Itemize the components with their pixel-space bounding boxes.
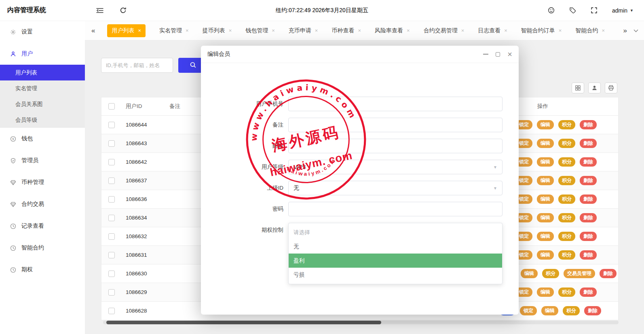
sidebar-subitem[interactable]: 会员等级 [0,112,85,128]
maximize-icon[interactable] [496,52,500,57]
row-checkbox[interactable] [108,233,115,240]
tabs-scroll-right-icon[interactable]: » [623,27,628,35]
grid-layout-icon[interactable] [572,82,584,93]
sidebar-item[interactable]: 期权 [0,259,85,281]
action-button[interactable]: 编辑 [521,269,538,278]
sidebar-subitem[interactable]: 会员关系图 [0,96,85,112]
input-field[interactable] [288,202,503,216]
tab[interactable]: 实名管理× [159,27,189,34]
row-checkbox[interactable] [108,308,115,314]
action-button[interactable]: 编辑 [537,139,554,148]
row-checkbox[interactable] [108,215,115,221]
tab[interactable]: 币种查看× [332,27,361,34]
fullscreen-icon[interactable] [591,7,598,14]
action-button[interactable]: 编辑 [537,194,554,204]
input-field[interactable] [288,139,503,153]
tab[interactable]: 用户列表× [107,24,146,37]
sidebar-item[interactable]: 管理员 [0,150,85,171]
tab-close-icon[interactable]: × [138,28,141,33]
action-button[interactable]: 编辑 [537,176,554,185]
row-checkbox[interactable] [108,122,115,128]
tab-close-icon[interactable]: × [407,28,410,33]
select-field[interactable]: VIP3▼ [288,160,503,174]
action-button[interactable]: 删除 [580,213,597,222]
action-button[interactable]: 删除 [600,269,617,278]
search-input[interactable] [101,58,173,73]
action-button[interactable]: 积分 [542,269,559,278]
action-button[interactable]: 积分 [558,120,575,129]
row-checkbox[interactable] [108,289,115,296]
sidebar-item[interactable]: 智能合约 [0,237,85,259]
tab[interactable]: 智能合约订单× [521,27,562,34]
export-user-icon[interactable] [588,82,601,93]
row-checkbox[interactable] [108,178,115,184]
action-button[interactable]: 编辑 [537,287,554,297]
action-button[interactable]: 编辑 [541,306,558,315]
action-button[interactable]: 删除 [580,139,597,148]
face-icon[interactable] [548,7,555,14]
tab-close-icon[interactable]: × [186,28,189,33]
user-menu[interactable]: admin ▼ [612,7,633,14]
sidebar-item[interactable]: 记录查看 [0,215,85,237]
tab-close-icon[interactable]: × [602,28,605,33]
sidebar-item[interactable]: 设置 [0,21,85,43]
horizontal-scrollbar[interactable] [103,321,619,324]
action-button[interactable]: 删除 [580,232,597,241]
tabs-menu-icon[interactable] [633,29,638,32]
sidebar-item[interactable]: 用户 [0,43,85,65]
dropdown-option[interactable]: 盈利 [289,254,502,268]
action-button[interactable]: 编辑 [537,157,554,167]
tab-close-icon[interactable]: × [272,28,275,33]
action-button[interactable]: 删除 [580,157,597,167]
print-icon[interactable] [605,82,617,93]
action-button[interactable]: 积分 [558,232,575,241]
dropdown-option[interactable]: 无 [289,239,502,254]
action-button[interactable]: 积分 [558,176,575,185]
tab-close-icon[interactable]: × [504,28,507,33]
action-button[interactable]: 积分 [558,287,575,297]
input-field[interactable] [288,97,503,111]
input-field[interactable] [288,118,503,132]
action-button[interactable]: 删除 [580,176,597,185]
action-button[interactable]: 交易员管理 [564,269,595,278]
tab-close-icon[interactable]: × [559,28,562,33]
action-button[interactable]: 积分 [558,213,575,222]
action-button[interactable]: 删除 [580,287,597,297]
tab-close-icon[interactable]: × [358,28,361,33]
action-button[interactable]: 积分 [563,306,580,315]
tab-close-icon[interactable]: × [461,28,465,33]
dropdown-option[interactable]: 亏损 [289,268,502,282]
minimize-icon[interactable] [483,54,488,55]
dropdown-option[interactable]: 请选择 [289,225,502,239]
tab[interactable]: 日志查看× [478,27,507,34]
tag-icon[interactable] [569,7,576,14]
action-button[interactable]: 积分 [558,250,575,260]
tab[interactable]: 智能合约× [575,27,605,34]
action-button[interactable]: 编辑 [537,213,554,222]
row-checkbox[interactable] [108,140,115,147]
action-button[interactable]: 积分 [558,157,575,167]
close-icon[interactable]: × [507,50,512,58]
action-button[interactable]: 删除 [584,306,601,315]
tab[interactable]: 合约交易管理× [424,27,465,34]
tab-close-icon[interactable]: × [229,28,232,33]
sidebar-item[interactable]: 合约交易 [0,193,85,215]
action-button[interactable]: 锁定 [520,306,537,315]
sidebar-subitem[interactable]: 实名管理 [0,80,85,96]
scrollbar-thumb[interactable] [106,321,381,324]
select-field[interactable]: 无▼ [288,181,503,195]
sidebar-item[interactable]: $钱包 [0,128,85,150]
row-checkbox[interactable] [108,196,115,203]
sidebar-subitem[interactable]: 用户列表 [0,65,85,80]
tab[interactable]: 风险率查看× [375,27,410,34]
action-button[interactable]: 删除 [580,194,597,204]
action-button[interactable]: 删除 [580,250,597,260]
row-checkbox[interactable] [108,159,115,165]
action-button[interactable]: 编辑 [537,250,554,260]
action-button[interactable]: 积分 [558,139,575,148]
action-button[interactable]: 编辑 [537,232,554,241]
tab[interactable]: 提币列表× [203,27,232,34]
row-checkbox[interactable] [108,252,115,258]
tab-close-icon[interactable]: × [315,28,318,33]
tabs-scroll-left-icon[interactable]: « [85,27,101,35]
